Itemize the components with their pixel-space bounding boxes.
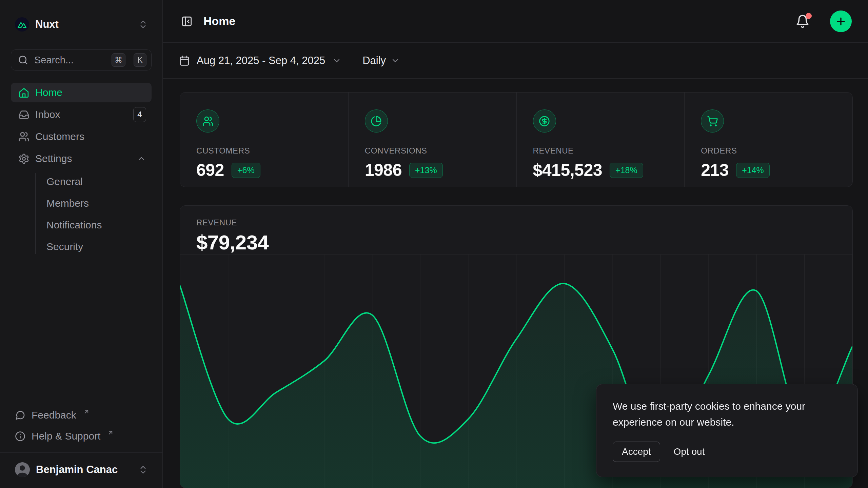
sidebar-item-notifications[interactable]: Notifications xyxy=(36,214,152,236)
workspace-name: Nuxt xyxy=(35,18,132,30)
sidebar-divider xyxy=(0,452,162,453)
stat-label: ORDERS xyxy=(701,146,839,156)
inbox-icon xyxy=(18,109,29,120)
search-icon xyxy=(18,55,28,65)
dollar-circle-icon xyxy=(533,109,556,133)
kbd-k: K xyxy=(134,53,146,67)
workspace-switcher[interactable]: Nuxt xyxy=(11,14,152,35)
stat-value: 692 xyxy=(196,160,224,180)
calendar-icon xyxy=(179,55,190,66)
notification-dot xyxy=(806,13,812,19)
stat-value: 213 xyxy=(701,160,729,180)
date-range-picker[interactable]: Aug 21, 2025 - Sep 4, 2025 xyxy=(179,55,341,67)
nuxt-logo-icon xyxy=(15,17,29,32)
revenue-chart-label: REVENUE xyxy=(196,218,836,227)
search-input[interactable] xyxy=(34,55,105,66)
chevrons-up-down-icon xyxy=(138,465,148,475)
stat-orders[interactable]: ORDERS 213 +14% xyxy=(684,93,852,187)
feedback-link[interactable]: Feedback xyxy=(15,406,147,424)
external-link-icon xyxy=(83,408,90,415)
cookie-banner: We use first-party cookies to enhance yo… xyxy=(596,384,858,477)
stats-row: CUSTOMERS 692 +6% CONVERSIONS 1986 +13% xyxy=(180,92,853,187)
info-circle-icon xyxy=(15,431,25,442)
users-icon xyxy=(196,109,219,133)
settings-subnav: General Members Notifications Security xyxy=(11,171,152,258)
collapse-sidebar-button[interactable] xyxy=(179,14,195,29)
sidebar-item-security[interactable]: Security xyxy=(36,236,152,258)
help-support-link[interactable]: Help & Support xyxy=(15,427,147,445)
home-icon xyxy=(18,87,29,98)
stat-label: CONVERSIONS xyxy=(365,146,503,156)
inbox-badge: 4 xyxy=(133,107,146,122)
date-range-value: Aug 21, 2025 - Sep 4, 2025 xyxy=(197,55,325,67)
sidebar-item-general[interactable]: General xyxy=(36,171,152,192)
chevron-up-icon xyxy=(137,154,146,163)
sidebar-nav: Home Inbox 4 Customers Settings Ge xyxy=(11,83,152,258)
users-icon xyxy=(18,131,29,142)
stat-delta-badge: +18% xyxy=(610,163,643,178)
notifications-button[interactable] xyxy=(795,14,810,28)
accept-button[interactable]: Accept xyxy=(613,442,660,462)
stat-delta-badge: +6% xyxy=(232,163,260,178)
chevron-down-icon xyxy=(332,56,341,65)
filters-toolbar: Aug 21, 2025 - Sep 4, 2025 Daily xyxy=(163,43,868,79)
stat-value: 1986 xyxy=(365,160,402,180)
external-link-icon xyxy=(107,429,114,436)
stat-conversions[interactable]: CONVERSIONS 1986 +13% xyxy=(348,93,516,187)
opt-out-button[interactable]: Opt out xyxy=(674,446,705,457)
user-name: Benjamin Canac xyxy=(36,464,132,476)
sidebar-item-inbox[interactable]: Inbox 4 xyxy=(11,105,152,124)
pie-chart-icon xyxy=(365,109,388,133)
chat-bubble-icon xyxy=(15,410,25,421)
stat-value: $415,523 xyxy=(533,160,603,180)
page-title: Home xyxy=(203,15,787,28)
sidebar: Nuxt ⌘ K Home Inbox 4 xyxy=(0,0,163,488)
gear-icon xyxy=(18,153,29,164)
search-field[interactable]: ⌘ K xyxy=(11,49,152,70)
chevrons-up-down-icon xyxy=(138,19,148,29)
sidebar-item-members[interactable]: Members xyxy=(36,192,152,214)
stat-label: CUSTOMERS xyxy=(196,146,335,156)
stat-delta-badge: +14% xyxy=(736,163,770,178)
granularity-value: Daily xyxy=(362,55,386,67)
granularity-select[interactable]: Daily xyxy=(362,55,400,67)
sidebar-item-customers[interactable]: Customers xyxy=(11,127,152,146)
page-header: Home xyxy=(163,0,868,43)
revenue-chart-value: $79,234 xyxy=(196,231,836,254)
stat-delta-badge: +13% xyxy=(409,163,443,178)
stat-label: REVENUE xyxy=(533,146,671,156)
kbd-cmd: ⌘ xyxy=(112,53,125,67)
sidebar-item-settings[interactable]: Settings xyxy=(11,149,152,168)
shopping-cart-icon xyxy=(701,109,724,133)
sidebar-footer: Feedback Help & Support xyxy=(11,406,152,445)
cookie-message: We use first-party cookies to enhance yo… xyxy=(613,399,833,430)
chevron-down-icon xyxy=(391,56,400,65)
stat-revenue[interactable]: REVENUE $415,523 +18% xyxy=(516,93,685,187)
sidebar-item-home[interactable]: Home xyxy=(11,83,152,102)
add-button[interactable] xyxy=(830,11,852,32)
user-menu[interactable]: Benjamin Canac xyxy=(11,457,152,483)
stat-customers[interactable]: CUSTOMERS 692 +6% xyxy=(180,93,348,187)
avatar xyxy=(15,462,30,477)
